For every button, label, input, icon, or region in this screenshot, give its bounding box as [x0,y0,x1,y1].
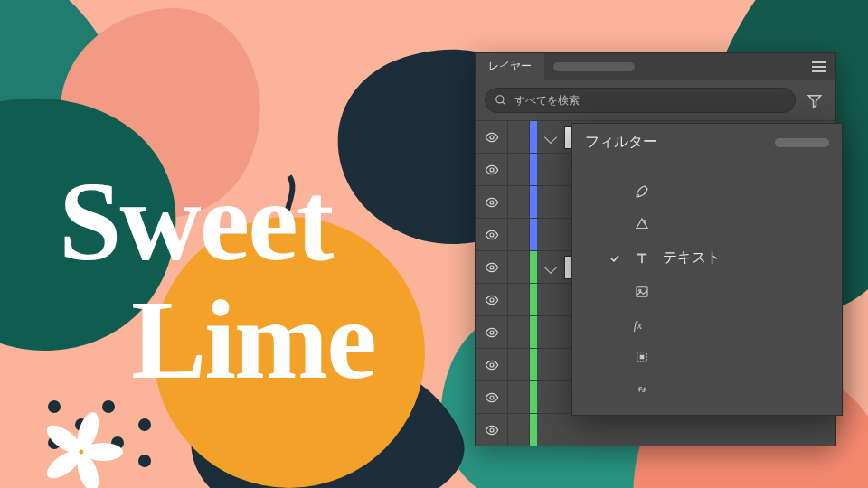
lock-cell[interactable] [508,154,530,185]
lock-cell[interactable] [508,381,530,413]
svg-rect-33 [640,355,645,360]
filter-item-label: テキスト [663,249,721,267]
layer-color-bar [530,121,537,153]
filter-items: テキストfx [572,175,842,406]
pen-icon [632,183,652,200]
filter-flyout-header: フィルター [572,124,842,163]
svg-point-23 [490,331,494,334]
layer-row[interactable] [476,413,835,446]
lock-cell[interactable] [508,414,530,446]
filter-title: フィルター [585,133,657,152]
svg-point-19 [490,201,494,204]
visibility-toggle[interactable] [476,219,508,250]
chevron-down-icon[interactable] [544,130,557,143]
visibility-toggle[interactable] [476,121,508,153]
svg-point-26 [490,428,494,432]
filter-flyout: フィルター テキストfx [571,123,843,416]
svg-point-8 [138,455,151,467]
check-icon [609,253,621,264]
text-icon [632,250,652,267]
shape-icon [632,216,652,232]
visibility-toggle[interactable] [476,316,508,348]
filter-item-link[interactable] [572,373,842,406]
search-input[interactable]: すべてを検索 [485,88,796,113]
layer-color-bar [530,414,537,446]
link-icon [632,381,652,398]
panel-header: レイヤー [476,53,835,80]
artwork-title: Sweet Lime [59,163,375,400]
visibility-toggle[interactable] [476,349,508,380]
filter-header-placeholder [775,138,829,147]
filter-section-label [572,163,842,175]
layer-color-bar [530,186,537,218]
svg-point-18 [490,168,494,172]
search-row: すべてを検索 [476,80,835,120]
filter-item-pen[interactable] [572,175,842,208]
layer-color-bar [530,251,537,283]
lock-cell[interactable] [508,186,530,218]
artwork-title-line2: Lime [131,281,375,399]
fx-icon: fx [632,316,652,333]
visibility-toggle[interactable] [476,154,508,185]
lock-cell[interactable] [508,284,530,315]
lock-cell[interactable] [508,316,530,348]
svg-point-7 [138,418,151,431]
visibility-toggle[interactable] [476,414,508,446]
visibility-toggle[interactable] [476,251,508,283]
filter-item-pixel[interactable] [572,341,842,373]
layer-color-bar [530,154,537,185]
filter-item-fx[interactable]: fx [572,308,842,341]
chevron-down-icon[interactable] [544,260,557,273]
svg-point-3 [102,400,115,413]
svg-point-24 [490,363,494,367]
svg-point-27 [637,194,638,196]
svg-point-28 [644,221,646,223]
visibility-toggle[interactable] [476,381,508,413]
artwork-title-line1: Sweet [59,163,375,281]
search-placeholder: すべてを検索 [514,93,580,108]
svg-point-25 [490,396,494,399]
funnel-icon [807,92,823,108]
lock-cell[interactable] [508,251,530,283]
svg-point-15 [496,96,504,103]
svg-point-22 [490,298,494,302]
layer-color-bar [530,219,537,250]
visibility-toggle[interactable] [476,284,508,315]
layers-tab[interactable]: レイヤー [476,53,544,80]
svg-point-20 [490,233,494,237]
filter-item-shape[interactable] [572,208,842,240]
svg-point-17 [490,136,494,139]
lock-cell[interactable] [508,121,530,153]
filter-item-text[interactable]: テキスト [572,240,842,276]
layer-color-bar [530,349,537,380]
search-icon [495,94,507,107]
visibility-toggle[interactable] [476,186,508,218]
svg-text:fx: fx [634,319,643,332]
svg-line-16 [503,102,505,105]
filter-item-image[interactable] [572,276,842,308]
lock-cell[interactable] [508,349,530,380]
filter-button[interactable] [803,89,826,112]
svg-point-21 [490,266,494,269]
layer-color-bar [530,381,537,413]
panel-menu-icon[interactable] [812,61,826,72]
pixel-icon [632,349,652,365]
lock-cell[interactable] [508,219,530,250]
layer-color-bar [530,316,537,348]
panel-header-placeholder [553,62,635,71]
svg-point-1 [48,400,61,413]
image-icon [632,284,652,300]
layer-color-bar [530,284,537,315]
